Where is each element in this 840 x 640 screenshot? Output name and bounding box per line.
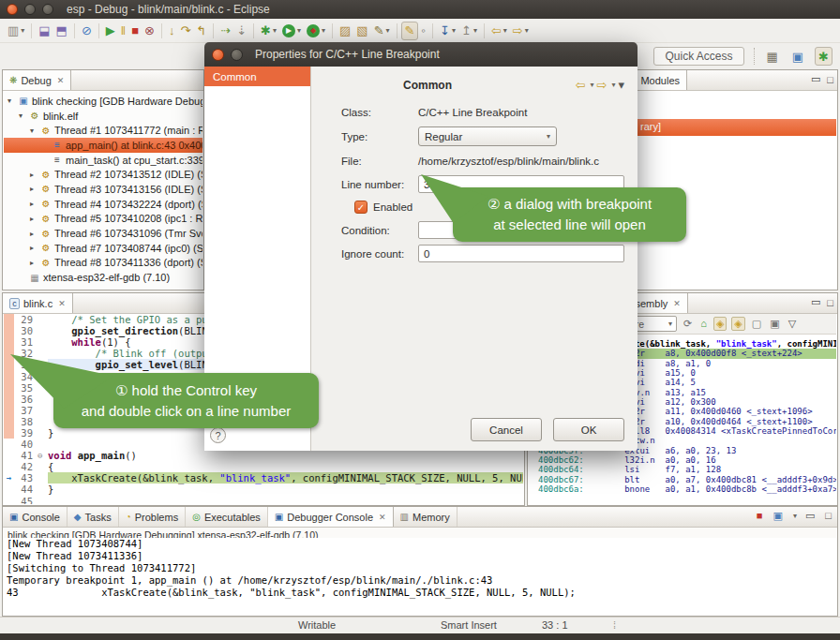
- save-all-icon[interactable]: ⬒: [53, 22, 70, 40]
- tree-expand-arrow[interactable]: ▾: [19, 112, 28, 120]
- close-icon[interactable]: ✕: [57, 76, 65, 85]
- debug-tree-item[interactable]: ▸⚙Thread #6 1073431096 (Tmr Svc) (Suspen…: [4, 226, 202, 241]
- dialog-close-icon[interactable]: [212, 49, 224, 61]
- debug-icon[interactable]: ✱▾: [258, 22, 279, 40]
- run-icon[interactable]: ▶▾: [279, 22, 304, 40]
- forward-icon[interactable]: ⇨▾: [510, 22, 532, 40]
- line-number[interactable]: 31: [14, 336, 38, 348]
- last-edit-location-icon[interactable]: ↧▾: [437, 22, 458, 40]
- debug-tree-item[interactable]: ▸⚙Thread #4 1073432224 (dport) (Suspende…: [4, 197, 202, 212]
- ok-button[interactable]: OK: [553, 418, 624, 441]
- new-wizard-icon[interactable]: ▥▾: [5, 22, 27, 40]
- back-icon[interactable]: ⇦▾: [488, 22, 510, 40]
- debug-tree-item[interactable]: ▾▣blink checking [GDB Hardware Debugging…: [4, 94, 202, 109]
- view-menu-icon[interactable]: ▽: [787, 318, 798, 330]
- debug-perspective-icon[interactable]: ✱: [815, 47, 832, 66]
- tab-tasks[interactable]: ◆Tasks: [68, 507, 119, 527]
- maximize-icon[interactable]: □: [827, 74, 833, 85]
- window-minimize-icon[interactable]: [24, 4, 36, 15]
- new-folder-icon[interactable]: ▨: [337, 22, 353, 40]
- line-number[interactable]: 35: [14, 382, 38, 394]
- debug-tree-item[interactable]: ▦xtensa-esp32-elf-gdb (7.10): [4, 270, 202, 285]
- tree-expand-arrow[interactable]: ▾: [30, 127, 39, 135]
- external-tools-icon[interactable]: ◆▾: [304, 22, 328, 40]
- debug-tree-item[interactable]: ≡app_main() at blink.c:43 0x400dbc35: [4, 138, 202, 153]
- debug-tree-item[interactable]: ▸⚙Thread #7 1073408744 (ipc0) (Suspended…: [4, 241, 202, 256]
- tab-memory[interactable]: ▥Memory: [394, 507, 458, 527]
- home-icon[interactable]: ⌂: [698, 318, 709, 330]
- disconnect-icon[interactable]: ⊗: [142, 22, 158, 40]
- quick-access-button[interactable]: Quick Access: [653, 47, 743, 66]
- line-number[interactable]: 42: [14, 461, 38, 472]
- show-source-icon[interactable]: ◈: [713, 317, 727, 331]
- tab-blink-c[interactable]: c blink.c ✕: [3, 293, 73, 313]
- terminate-icon[interactable]: ■: [128, 22, 142, 40]
- dialog-titlebar[interactable]: Properties for C/C++ Line Breakpoint: [204, 42, 638, 67]
- tree-expand-arrow[interactable]: ▸: [30, 259, 39, 267]
- tree-expand-arrow[interactable]: ▸: [30, 185, 39, 193]
- sidebar-item-common[interactable]: Common: [204, 67, 310, 86]
- line-number[interactable]: 40: [14, 439, 38, 450]
- tab-problems[interactable]: ◔Problems: [119, 507, 187, 527]
- line-number[interactable]: 30: [14, 325, 38, 336]
- debug-tree-item[interactable]: ▾⚙Thread #1 1073411772 (main : Running): [4, 123, 202, 138]
- line-number[interactable]: 38: [14, 416, 38, 427]
- maximize-icon[interactable]: □: [823, 510, 833, 522]
- step-into-icon[interactable]: ↓: [166, 22, 178, 40]
- tree-expand-arrow[interactable]: ▸: [30, 171, 39, 179]
- sync-context-icon[interactable]: ◈: [731, 317, 744, 331]
- window-close-icon[interactable]: [7, 4, 18, 15]
- display-selected-console-icon[interactable]: ▣: [772, 510, 785, 522]
- debug-tree-item[interactable]: ▸⚙Thread #5 1073410208 (ipc1 : Running): [4, 212, 202, 227]
- tab-console[interactable]: ▣Console: [3, 507, 68, 527]
- minimize-icon[interactable]: ▭: [803, 510, 817, 522]
- fold-marker[interactable]: ⊖: [38, 451, 48, 460]
- line-number[interactable]: 37: [14, 405, 38, 416]
- refresh-icon[interactable]: ⟳: [682, 318, 694, 330]
- tab-debug[interactable]: ❋ Debug ✕: [3, 70, 71, 90]
- cpp-perspective-icon[interactable]: ▣: [789, 47, 806, 66]
- mark-occurrences-icon[interactable]: ✎: [401, 22, 419, 40]
- step-return-icon[interactable]: ↰: [193, 22, 209, 40]
- skip-all-breakpoints-icon[interactable]: ⊘: [79, 22, 95, 40]
- debug-tree-item[interactable]: ▸⚙Thread #3 1073413156 (IDLE) (Suspended…: [4, 182, 202, 197]
- step-over-icon[interactable]: ↷: [177, 22, 193, 40]
- line-number[interactable]: 43: [14, 472, 38, 484]
- close-icon[interactable]: ✕: [379, 513, 386, 522]
- tree-expand-arrow[interactable]: ▸: [30, 230, 39, 238]
- line-number[interactable]: 36: [14, 394, 38, 405]
- show-annotations-icon[interactable]: ◦: [418, 22, 428, 40]
- pin-view-icon[interactable]: ▣: [768, 318, 781, 330]
- tab-executables[interactable]: ◎Executables: [186, 507, 268, 527]
- open-folder-icon[interactable]: ▧: [353, 22, 370, 40]
- instruction-stepping-icon[interactable]: ⇢: [218, 22, 233, 40]
- tree-expand-arrow[interactable]: ▸: [30, 215, 39, 223]
- terminate-console-icon[interactable]: ■: [755, 510, 765, 522]
- console-output[interactable]: [New Thread 1073408744][New Thread 10734…: [4, 538, 836, 615]
- line-number[interactable]: 39: [14, 427, 38, 439]
- tree-expand-arrow[interactable]: ▸: [30, 244, 39, 252]
- cancel-button[interactable]: Cancel: [471, 418, 542, 441]
- debug-tree-item[interactable]: ▸⚙Thread #2 1073413512 (IDLE) (Suspended…: [4, 167, 202, 182]
- line-number[interactable]: 29: [14, 314, 38, 325]
- line-number[interactable]: 45: [14, 496, 38, 504]
- view-menu-icon[interactable]: ▾: [618, 78, 624, 92]
- back-icon[interactable]: ⇦: [576, 78, 586, 92]
- help-button[interactable]: ?: [210, 427, 226, 443]
- close-icon[interactable]: ✕: [58, 299, 66, 308]
- ignore-count-input[interactable]: 0: [418, 245, 624, 262]
- tab-debugger-console[interactable]: ▣Debugger Console✕: [268, 507, 394, 527]
- go-to-last-position-icon[interactable]: ↥▾: [458, 22, 480, 40]
- dialog-menu-icon[interactable]: [231, 49, 243, 61]
- debug-tree-item[interactable]: ▾⚙blink.elf: [4, 109, 202, 124]
- resume-icon[interactable]: ▶: [103, 22, 118, 40]
- flash-icon[interactable]: ✎▾: [371, 22, 393, 40]
- drop-to-frame-icon[interactable]: ⇣: [233, 22, 249, 40]
- save-icon[interactable]: ⬓: [36, 22, 52, 40]
- debug-tree-item[interactable]: ≡main_task() at cpu_start.c:339 0x400d: [4, 153, 202, 168]
- open-new-view-icon[interactable]: ▢: [750, 318, 763, 330]
- type-dropdown[interactable]: Regular ▾: [418, 127, 557, 146]
- minimize-icon[interactable]: ▭: [811, 73, 820, 85]
- forward-icon[interactable]: ⇨: [597, 78, 608, 92]
- tree-expand-arrow[interactable]: ▸: [30, 200, 39, 208]
